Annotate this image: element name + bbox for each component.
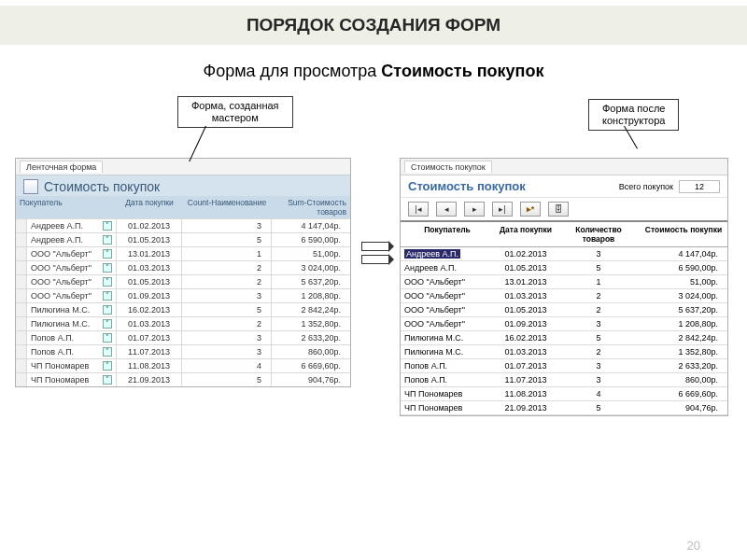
nav-first-button[interactable]: |◂ bbox=[408, 202, 429, 217]
cell-sum: 6 669,60р. bbox=[640, 387, 727, 400]
cell-buyer: ООО "Альберт" bbox=[401, 303, 494, 316]
cell-sum: 860,00р. bbox=[272, 345, 350, 358]
cell-date: 01.03.2013 bbox=[494, 289, 557, 302]
cell-buyer: ООО "Альберт" bbox=[401, 289, 494, 302]
arrow-icon bbox=[361, 242, 389, 251]
table-row[interactable]: Андреев А.П.01.05.201356 590,00р. bbox=[401, 261, 727, 275]
nav-prev-button[interactable]: ◂ bbox=[436, 202, 457, 217]
cell-sum: 6 669,60р. bbox=[272, 359, 350, 372]
dropdown-icon[interactable]: ˅ bbox=[103, 361, 112, 371]
table-row[interactable]: Попов А.П.˅01.07.201332 633,20р. bbox=[16, 330, 350, 344]
row-selector[interactable] bbox=[16, 233, 27, 246]
table-row[interactable]: ООО "Альберт"˅01.03.201323 024,00р. bbox=[16, 260, 350, 274]
cell-buyer[interactable]: Попов А.П.˅ bbox=[27, 345, 117, 358]
table-row[interactable]: Пилюгина М.С.˅01.03.201321 352,80р. bbox=[16, 316, 350, 330]
dropdown-icon[interactable]: ˅ bbox=[103, 221, 112, 231]
cell-date: 01.03.2013 bbox=[117, 317, 182, 330]
cell-buyer: Пилюгина М.С. bbox=[401, 345, 494, 358]
table-row[interactable]: ЧП Пономарев˅21.09.20135904,76р. bbox=[16, 372, 350, 386]
table-row[interactable]: Пилюгина М.С.˅16.02.201352 842,24р. bbox=[16, 302, 350, 316]
cell-buyer[interactable]: ЧП Пономарев˅ bbox=[27, 359, 117, 372]
cell-buyer[interactable]: ЧП Пономарев˅ bbox=[27, 373, 117, 386]
dropdown-icon[interactable]: ˅ bbox=[103, 277, 112, 287]
cell-count: 3 bbox=[557, 247, 640, 260]
cell-buyer[interactable]: Пилюгина М.С.˅ bbox=[27, 303, 117, 316]
cell-buyer: ЧП Пономарев bbox=[401, 387, 494, 400]
table-row[interactable]: ООО "Альберт"01.05.201325 637,20р. bbox=[401, 303, 727, 317]
table-row[interactable]: Попов А.П.˅11.07.20133860,00р. bbox=[16, 344, 350, 358]
row-selector[interactable] bbox=[16, 373, 27, 386]
form-tab[interactable]: Стоимость покупок bbox=[404, 161, 492, 173]
row-selector[interactable] bbox=[16, 303, 27, 316]
nav-last-button[interactable]: ▸| bbox=[492, 202, 513, 217]
cell-buyer: ООО "Альберт" bbox=[401, 275, 494, 288]
row-selector[interactable] bbox=[16, 359, 27, 372]
table-row[interactable]: ЧП Пономарев21.09.20135904,76р. bbox=[401, 401, 727, 415]
cell-date: 01.07.2013 bbox=[494, 359, 557, 372]
cell-buyer: Пилюгина М.С. bbox=[401, 331, 494, 344]
cell-count: 3 bbox=[557, 317, 640, 330]
table-row[interactable]: Андреев А.П.˅01.02.201334 147,04р. bbox=[16, 218, 350, 232]
row-selector[interactable] bbox=[16, 331, 27, 344]
form-tab[interactable]: Ленточная форма bbox=[20, 161, 103, 173]
table-row[interactable]: Попов А.П.01.07.201332 633,20р. bbox=[401, 359, 727, 373]
cell-count: 2 bbox=[182, 317, 272, 330]
dropdown-icon[interactable]: ˅ bbox=[103, 319, 112, 329]
table-row[interactable]: ООО "Альберт"˅01.09.201331 208,80р. bbox=[16, 288, 350, 302]
cell-buyer[interactable]: ООО "Альберт"˅ bbox=[27, 289, 117, 302]
cell-date: 01.03.2013 bbox=[117, 261, 182, 274]
cell-sum: 51,00р. bbox=[272, 247, 350, 260]
dropdown-icon[interactable]: ˅ bbox=[103, 375, 112, 385]
cell-buyer[interactable]: ООО "Альберт"˅ bbox=[27, 247, 117, 260]
dropdown-icon[interactable]: ˅ bbox=[103, 291, 112, 301]
cell-sum: 4 147,04р. bbox=[640, 247, 727, 260]
cell-buyer[interactable]: Попов А.П.˅ bbox=[27, 331, 117, 344]
pointer-line-left bbox=[189, 126, 206, 161]
cell-buyer[interactable]: Андреев А.П.˅ bbox=[27, 219, 117, 232]
form-title: Стоимость покупок bbox=[44, 179, 160, 194]
dropdown-icon[interactable]: ˅ bbox=[103, 249, 112, 259]
dropdown-icon[interactable]: ˅ bbox=[103, 235, 112, 245]
nav-new-button[interactable]: ▸* bbox=[520, 202, 541, 217]
table-row[interactable]: Пилюгина М.С.01.03.201321 352,80р. bbox=[401, 345, 727, 359]
cell-count: 4 bbox=[182, 359, 272, 372]
dropdown-icon[interactable]: ˅ bbox=[103, 305, 112, 315]
row-selector[interactable] bbox=[16, 345, 27, 358]
cell-buyer[interactable]: Пилюгина М.С.˅ bbox=[27, 317, 117, 330]
table-row[interactable]: ЧП Пономарев11.08.201346 669,60р. bbox=[401, 387, 727, 401]
cell-sum: 2 633,20р. bbox=[272, 331, 350, 344]
col-buyer: Покупатель bbox=[16, 196, 117, 218]
table-row[interactable]: ЧП Пономарев˅11.08.201346 669,60р. bbox=[16, 358, 350, 372]
table-row[interactable]: Попов А.П.11.07.20133860,00р. bbox=[401, 373, 727, 387]
nav-filter-button[interactable]: 🗄 bbox=[548, 202, 569, 217]
row-selector[interactable] bbox=[16, 289, 27, 302]
row-selector[interactable] bbox=[16, 261, 27, 274]
row-selector[interactable] bbox=[16, 317, 27, 330]
dropdown-icon[interactable]: ˅ bbox=[103, 347, 112, 357]
table-row[interactable]: ООО "Альберт"01.03.201323 024,00р. bbox=[401, 289, 727, 303]
dropdown-icon[interactable]: ˅ bbox=[103, 263, 112, 273]
cell-sum: 6 590,00р. bbox=[272, 233, 350, 246]
cell-date: 21.09.2013 bbox=[117, 373, 182, 386]
cell-count: 3 bbox=[182, 345, 272, 358]
cell-buyer[interactable]: ООО "Альберт"˅ bbox=[27, 275, 117, 288]
table-row[interactable]: Пилюгина М.С.16.02.201352 842,24р. bbox=[401, 331, 727, 345]
table-row[interactable]: ООО "Альберт"01.09.201331 208,80р. bbox=[401, 317, 727, 331]
cell-buyer[interactable]: Андреев А.П.˅ bbox=[27, 233, 117, 246]
table-row[interactable]: ООО "Альберт"13.01.2013151,00р. bbox=[401, 275, 727, 289]
subtitle: Форма для просмотра Стоимость покупок bbox=[0, 62, 747, 81]
cell-sum: 3 024,00р. bbox=[640, 289, 727, 302]
row-selector[interactable] bbox=[16, 219, 27, 232]
table-row[interactable]: Андреев А.П.01.02.201334 147,04р. bbox=[401, 247, 727, 261]
table-row[interactable]: Андреев А.П.˅01.05.201356 590,00р. bbox=[16, 232, 350, 246]
table-row[interactable]: ООО "Альберт"˅01.05.201325 637,20р. bbox=[16, 274, 350, 288]
row-selector[interactable] bbox=[16, 247, 27, 260]
cell-count: 2 bbox=[557, 345, 640, 358]
nav-next-button[interactable]: ▸ bbox=[464, 202, 485, 217]
col-sum: Sum-Стоимость товаров bbox=[272, 196, 350, 218]
table-row[interactable]: ООО "Альберт"˅13.01.2013151,00р. bbox=[16, 246, 350, 260]
dropdown-icon[interactable]: ˅ bbox=[103, 333, 112, 343]
row-selector[interactable] bbox=[16, 275, 27, 288]
cell-count: 1 bbox=[182, 247, 272, 260]
cell-buyer[interactable]: ООО "Альберт"˅ bbox=[27, 261, 117, 274]
